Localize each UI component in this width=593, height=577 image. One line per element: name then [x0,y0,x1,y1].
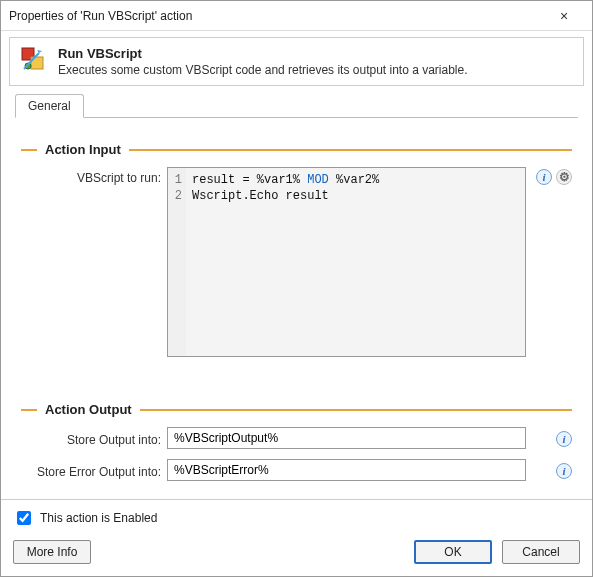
close-button[interactable]: × [544,8,584,24]
row-vbscript: VBScript to run: 1 2 result = %var1% MOD… [21,167,572,357]
label-store-output: Store Output into: [21,429,161,447]
tab-general[interactable]: General [15,94,84,118]
gear-icon[interactable]: ⚙ [556,169,572,185]
row-store-output: Store Output into: i [21,427,572,449]
ok-button[interactable]: OK [414,540,492,564]
editor-gutter: 1 2 [168,168,186,356]
gutter-line: 1 [168,172,182,188]
section-output-title: Action Output [45,402,132,417]
header-text: Run VBScript Executes some custom VBScri… [58,46,468,77]
section-action-output: Action Output [21,402,572,417]
row-store-error: Store Error Output into: i [21,459,572,481]
window-title: Properties of 'Run VBScript' action [9,9,544,23]
action-icon [20,46,48,74]
tab-strip: General [15,94,578,118]
label-store-error: Store Error Output into: [21,461,161,479]
info-icon[interactable]: i [536,169,552,185]
gutter-line: 2 [168,188,182,204]
buttons-row: More Info OK Cancel [13,540,580,564]
label-vbscript-to-run: VBScript to run: [21,167,161,185]
enabled-row: This action is Enabled [13,508,580,528]
svg-marker-3 [37,50,42,53]
header-subtitle: Executes some custom VBScript code and r… [58,63,468,77]
footer: This action is Enabled More Info OK Canc… [1,499,592,576]
tab-content: Action Input VBScript to run: 1 2 result… [1,118,592,499]
section-input-title: Action Input [45,142,121,157]
enabled-label[interactable]: This action is Enabled [40,511,157,525]
editor-body[interactable]: result = %var1% MOD %var2% Wscript.Echo … [186,168,525,356]
store-error-field[interactable] [167,459,526,481]
enabled-checkbox[interactable] [17,511,31,525]
info-icon[interactable]: i [556,431,572,447]
titlebar: Properties of 'Run VBScript' action × [1,1,592,31]
vbscript-editor[interactable]: 1 2 result = %var1% MOD %var2% Wscript.E… [167,167,526,357]
dialog-window: Properties of 'Run VBScript' action × Ru… [0,0,593,577]
info-icon[interactable]: i [556,463,572,479]
code-line: result = %var1% MOD %var2% [192,172,519,188]
code-line: Wscript.Echo result [192,188,519,204]
header-panel: Run VBScript Executes some custom VBScri… [9,37,584,86]
header-title: Run VBScript [58,46,468,61]
more-info-button[interactable]: More Info [13,540,91,564]
cancel-button[interactable]: Cancel [502,540,580,564]
store-output-field[interactable] [167,427,526,449]
section-action-input: Action Input [21,142,572,157]
